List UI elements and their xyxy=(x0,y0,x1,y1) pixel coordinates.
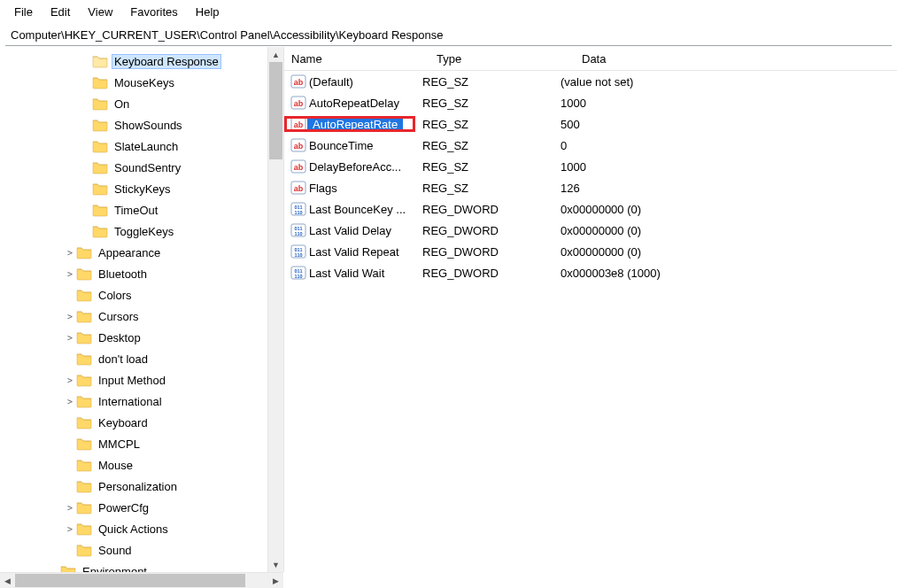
scroll-right-arrow-icon[interactable]: ▶ xyxy=(268,573,283,588)
value-name-label: AutoRepeatDelay xyxy=(307,96,401,111)
column-header-type[interactable]: Type xyxy=(429,52,575,66)
expand-icon[interactable]: > xyxy=(64,312,76,321)
address-bar[interactable]: Computer\HKEY_CURRENT_USER\Control Panel… xyxy=(5,25,892,46)
reg-dword-icon: 011110 xyxy=(290,244,307,259)
value-row[interactable]: abFlagsREG_SZ126 xyxy=(284,177,897,198)
tree-item[interactable]: >Bluetooth xyxy=(0,263,267,284)
svg-text:110: 110 xyxy=(294,210,302,215)
body-split: Keyboard ResponseMouseKeysOnShowSoundsSl… xyxy=(0,46,897,572)
column-header-data[interactable]: Data xyxy=(575,52,897,66)
tree-item[interactable]: Colors xyxy=(0,284,267,306)
scroll-left-arrow-icon[interactable]: ◀ xyxy=(0,573,15,588)
tree-item[interactable]: don't load xyxy=(0,348,267,369)
tree-item[interactable]: SoundSentry xyxy=(0,157,267,178)
value-name-label: Last BounceKey ... xyxy=(307,202,407,217)
tree-item[interactable]: MouseKeys xyxy=(0,72,267,93)
tree-item-label: Input Method xyxy=(96,373,168,388)
reg-dword-icon: 011110 xyxy=(290,201,307,217)
tree-item[interactable]: >Input Method xyxy=(0,369,267,391)
expand-icon[interactable]: > xyxy=(64,375,76,385)
svg-text:ab: ab xyxy=(294,78,304,87)
tree-item[interactable]: ToggleKeys xyxy=(0,220,267,242)
value-type-cell: REG_SZ xyxy=(415,160,553,174)
value-name-cell: 011110Last Valid Delay xyxy=(284,222,415,238)
value-type-cell: REG_SZ xyxy=(415,75,553,89)
value-data-cell: 0 xyxy=(553,139,897,152)
scroll-thumb[interactable] xyxy=(269,62,282,159)
scroll-up-arrow-icon[interactable]: ▲ xyxy=(268,47,283,62)
value-row[interactable]: abAutoRepeatDelayREG_SZ1000 xyxy=(284,92,897,113)
menu-view[interactable]: View xyxy=(79,4,121,20)
tree-item[interactable]: >PowerCfg xyxy=(0,497,267,518)
column-header-name[interactable]: Name xyxy=(284,52,429,66)
svg-text:110: 110 xyxy=(294,252,302,258)
menu-help[interactable]: Help xyxy=(187,4,228,20)
value-row[interactable]: abDelayBeforeAcc...REG_SZ1000 xyxy=(284,156,897,177)
svg-text:ab: ab xyxy=(294,142,304,151)
tree-item[interactable]: Keyboard Response xyxy=(0,50,267,72)
tree-item[interactable]: >International xyxy=(0,391,267,412)
tree-item[interactable]: Sound xyxy=(0,539,267,561)
value-name-cell: 011110Last Valid Wait xyxy=(284,265,415,281)
value-type-cell: REG_SZ xyxy=(415,97,553,110)
tree-item-label: SoundSentry xyxy=(112,160,183,175)
folder-icon xyxy=(92,139,108,153)
reg-string-icon: ab xyxy=(290,159,307,174)
menu-file[interactable]: File xyxy=(5,4,42,20)
folder-icon xyxy=(76,458,92,472)
folder-icon xyxy=(76,288,92,302)
tree-item[interactable]: SlateLaunch xyxy=(0,135,267,157)
tree-item[interactable]: >Desktop xyxy=(0,327,267,348)
svg-text:ab: ab xyxy=(294,184,304,193)
value-row[interactable]: 011110Last BounceKey ...REG_DWORD0x00000… xyxy=(284,198,897,220)
value-row[interactable]: 011110Last Valid DelayREG_DWORD0x0000000… xyxy=(284,220,897,241)
svg-text:ab: ab xyxy=(294,163,304,172)
tree-item[interactable]: >Appearance xyxy=(0,242,267,263)
tree-item[interactable]: On xyxy=(0,93,267,114)
scroll-thumb[interactable] xyxy=(15,574,245,587)
tree-item[interactable]: MMCPL xyxy=(0,433,267,454)
value-name-cell: abFlags xyxy=(284,180,415,196)
tree-item[interactable]: TimeOut xyxy=(0,199,267,220)
value-data-cell: 0x00000000 (0) xyxy=(553,224,897,237)
tree-item[interactable]: StickyKeys xyxy=(0,178,267,199)
tree-vertical-scrollbar[interactable]: ▲ ▼ xyxy=(267,47,283,572)
value-row[interactable]: abBounceTimeREG_SZ0 xyxy=(284,135,897,156)
tree-item[interactable]: >Quick Actions xyxy=(0,518,267,539)
tree-item[interactable]: Mouse xyxy=(0,454,267,476)
tree-item[interactable]: Personalization xyxy=(0,476,267,497)
tree-item-label: Environment xyxy=(80,564,150,573)
registry-tree[interactable]: Keyboard ResponseMouseKeysOnShowSoundsSl… xyxy=(0,47,267,572)
folder-icon xyxy=(76,500,92,514)
value-row[interactable]: 011110Last Valid WaitREG_DWORD0x000003e8… xyxy=(284,262,897,283)
tree-horizontal-scrollbar[interactable]: ◀ ▶ xyxy=(0,572,283,588)
menu-edit[interactable]: Edit xyxy=(42,4,79,20)
tree-item-label: don't load xyxy=(96,352,151,367)
expand-icon[interactable]: > xyxy=(64,503,76,513)
expand-icon[interactable]: > xyxy=(64,397,76,406)
tree-item-label: MMCPL xyxy=(96,437,143,452)
tree-item[interactable]: >Cursors xyxy=(0,306,267,327)
values-list[interactable]: ab(Default)REG_SZ(value not set)abAutoRe… xyxy=(284,71,897,572)
folder-icon xyxy=(76,373,92,387)
expand-icon[interactable]: > xyxy=(64,248,76,258)
value-type-cell: REG_DWORD xyxy=(415,245,553,259)
folder-icon xyxy=(60,564,76,572)
tree-item[interactable]: ShowSounds xyxy=(0,114,267,135)
list-header[interactable]: Name Type Data xyxy=(284,47,897,71)
expand-icon[interactable]: > xyxy=(64,524,76,534)
folder-icon xyxy=(92,97,108,111)
tree-item[interactable]: Keyboard xyxy=(0,412,267,433)
folder-icon xyxy=(92,224,108,238)
menu-favorites[interactable]: Favorites xyxy=(121,4,186,20)
tree-item[interactable]: Environment xyxy=(0,561,267,572)
value-row[interactable]: ab(Default)REG_SZ(value not set) xyxy=(284,71,897,92)
value-name-cell: ab(Default) xyxy=(284,74,415,89)
expand-icon[interactable]: > xyxy=(64,269,76,279)
value-row[interactable]: abAutoRepeatRateREG_SZ500 xyxy=(284,113,897,135)
folder-icon xyxy=(76,522,92,536)
value-row[interactable]: 011110Last Valid RepeatREG_DWORD0x000000… xyxy=(284,241,897,262)
expand-icon[interactable]: > xyxy=(64,333,76,343)
scroll-down-arrow-icon[interactable]: ▼ xyxy=(268,557,283,572)
value-name-label: Last Valid Delay xyxy=(307,223,393,238)
